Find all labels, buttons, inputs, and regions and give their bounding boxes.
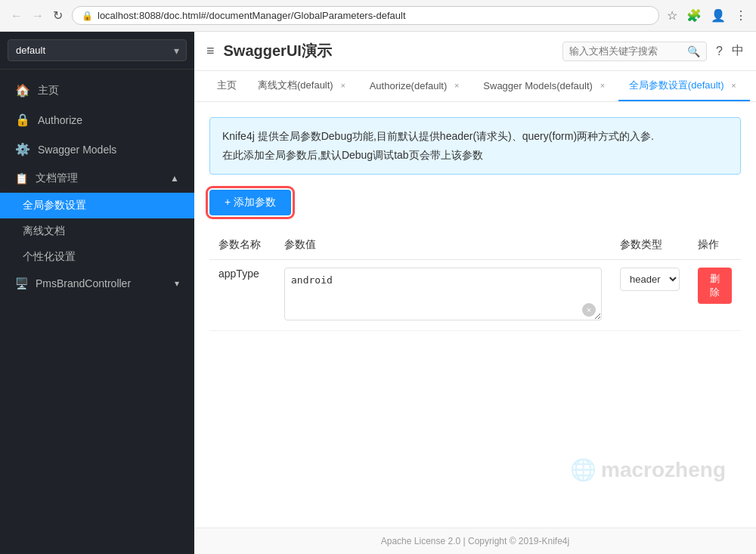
help-button[interactable]: ? [716, 45, 723, 58]
footer: Apache License 2.0 | Copyright © 2019-Kn… [194, 528, 756, 554]
tab-global-params-label: 全局参数设置(default) [629, 79, 724, 92]
sidebar-item-home-label: 主页 [38, 84, 59, 97]
col-name-header: 参数名称 [209, 231, 275, 260]
tab-authorize-close[interactable]: × [451, 80, 462, 91]
lock-icon: 🔒 [82, 11, 93, 21]
watermark-icon: 🌐 [570, 457, 596, 482]
delete-param-button[interactable]: 删除 [698, 268, 732, 304]
sidebar: default 🏠 主页 🔒 Authorize ⚙️ Swagger Mode… [0, 32, 194, 554]
personalization-label: 个性化设置 [23, 250, 76, 264]
table-row: appType android × header query [209, 260, 741, 331]
lock-icon: 🔒 [15, 113, 30, 127]
address-bar[interactable]: 🔒 localhost:8088/doc.html#/documentManag… [72, 6, 659, 25]
tab-authorize-label: Authorize(default) [370, 80, 448, 91]
add-param-button[interactable]: + 添加参数 [209, 190, 291, 215]
watermark-text: macrozheng [601, 458, 726, 482]
tab-swagger-models-close[interactable]: × [597, 80, 608, 91]
sidebar-item-personalization[interactable]: 个性化设置 [0, 244, 194, 270]
browser-nav-buttons: ← → ↻ [8, 7, 66, 24]
header-actions: ? 中 [716, 43, 744, 59]
tab-swagger-models[interactable]: Swagger Models(default) × [472, 73, 618, 101]
tab-swagger-models-label: Swagger Models(default) [483, 80, 593, 91]
info-line2: 在此添加全局参数后,默认Debug调试tab页会带上该参数 [222, 146, 728, 165]
home-icon: 🏠 [15, 83, 30, 97]
tab-authorize[interactable]: Authorize(default) × [359, 73, 473, 101]
controller-icon: 🖥️ [15, 277, 28, 289]
more-button[interactable]: ⋮ [733, 7, 748, 24]
sidebar-group-doc-label: 文档管理 [36, 172, 78, 185]
extension-button[interactable]: 🧩 [685, 7, 703, 24]
doc-group-arrow: ▲ [170, 173, 179, 184]
add-param-btn-label: + 添加参数 [225, 196, 276, 209]
main-content: Knife4j 提供全局参数Debug功能,目前默认提供header(请求头)、… [194, 102, 756, 528]
sidebar-item-swagger-models-label: Swagger Models [38, 144, 116, 156]
menu-toggle-icon[interactable]: ≡ [206, 43, 215, 59]
textarea-wrap: android × [284, 268, 602, 323]
content-area: ≡ SwaggerUI演示 🔍 ? 中 主页 离线文档(default) × A… [194, 32, 756, 554]
sidebar-select-wrapper: default [0, 32, 194, 70]
tab-offline-doc-close[interactable]: × [338, 80, 349, 91]
sidebar-nav: 🏠 主页 🔒 Authorize ⚙️ Swagger Models 📋 文档管… [0, 70, 194, 554]
search-icon[interactable]: 🔍 [687, 45, 700, 57]
col-value-header: 参数值 [275, 231, 611, 260]
browser-actions: ☆ 🧩 👤 ⋮ [665, 7, 748, 24]
col-type-header: 参数类型 [611, 231, 689, 260]
profile-button[interactable]: 👤 [709, 7, 727, 24]
app-container: default 🏠 主页 🔒 Authorize ⚙️ Swagger Mode… [0, 32, 756, 554]
footer-text: Apache License 2.0 | Copyright © 2019-Kn… [381, 536, 569, 546]
tab-global-params[interactable]: 全局参数设置(default) × [618, 71, 750, 101]
sidebar-group-pms-label: PmsBrandController [36, 277, 131, 289]
pms-group-arrow: ▾ [175, 278, 179, 289]
table-header-row: 参数名称 参数值 参数类型 操作 [209, 231, 741, 260]
tabs-bar: 主页 离线文档(default) × Authorize(default) × … [194, 71, 756, 102]
sidebar-item-authorize[interactable]: 🔒 Authorize [0, 105, 194, 135]
info-banner: Knife4j 提供全局参数Debug功能,目前默认提供header(请求头)、… [209, 117, 741, 175]
bookmark-button[interactable]: ☆ [665, 7, 679, 24]
tab-home-label: 主页 [217, 79, 237, 92]
param-value-cell: android × [275, 260, 611, 331]
lang-button[interactable]: 中 [732, 43, 744, 59]
param-value-input[interactable]: android [284, 268, 602, 320]
sidebar-item-offline-docs[interactable]: 离线文档 [0, 218, 194, 244]
param-type-cell: header query [611, 260, 689, 331]
watermark: 🌐 macrozheng [570, 457, 726, 482]
sidebar-item-authorize-label: Authorize [38, 114, 82, 126]
forward-button[interactable]: → [29, 8, 47, 24]
search-bar: 🔍 [562, 42, 707, 61]
param-name-cell: appType [209, 260, 275, 331]
sidebar-item-home[interactable]: 🏠 主页 [0, 76, 194, 105]
param-action-cell: 删除 [689, 260, 741, 331]
offline-docs-label: 离线文档 [23, 224, 65, 238]
info-line1: Knife4j 提供全局参数Debug功能,目前默认提供header(请求头)、… [222, 127, 728, 146]
sidebar-sub-items-doc: 全局参数设置 离线文档 个性化设置 [0, 193, 194, 270]
global-params-label: 全局参数设置 [23, 199, 86, 212]
tab-global-params-close[interactable]: × [729, 80, 739, 91]
sidebar-group-doc-management[interactable]: 📋 文档管理 ▲ [0, 164, 194, 193]
content-header: ≡ SwaggerUI演示 🔍 ? 中 [194, 32, 756, 71]
sidebar-item-swagger-models[interactable]: ⚙️ Swagger Models [0, 135, 194, 164]
tab-offline-doc[interactable]: 离线文档(default) × [247, 71, 359, 101]
browser-chrome: ← → ↻ 🔒 localhost:8088/doc.html#/documen… [0, 0, 756, 32]
sidebar-item-global-params[interactable]: 全局参数设置 [0, 193, 194, 218]
search-input[interactable] [569, 45, 683, 57]
sidebar-group-pms[interactable]: 🖥️ PmsBrandController ▾ [0, 270, 194, 297]
tab-home[interactable]: 主页 [206, 71, 247, 101]
app-title: SwaggerUI演示 [224, 41, 563, 61]
param-type-select[interactable]: header query [620, 268, 680, 291]
sidebar-select[interactable]: default [8, 39, 187, 61]
params-table: 参数名称 参数值 参数类型 操作 appType android × [209, 231, 741, 331]
url-text: localhost:8088/doc.html#/documentManager… [98, 10, 406, 21]
doc-icon: 📋 [15, 172, 28, 184]
col-action-header: 操作 [689, 231, 741, 260]
sidebar-select-wrap: default [8, 39, 187, 61]
tab-offline-doc-label: 离线文档(default) [258, 79, 333, 92]
back-button[interactable]: ← [8, 8, 26, 24]
refresh-button[interactable]: ↻ [50, 7, 66, 24]
gear-icon: ⚙️ [15, 142, 30, 156]
